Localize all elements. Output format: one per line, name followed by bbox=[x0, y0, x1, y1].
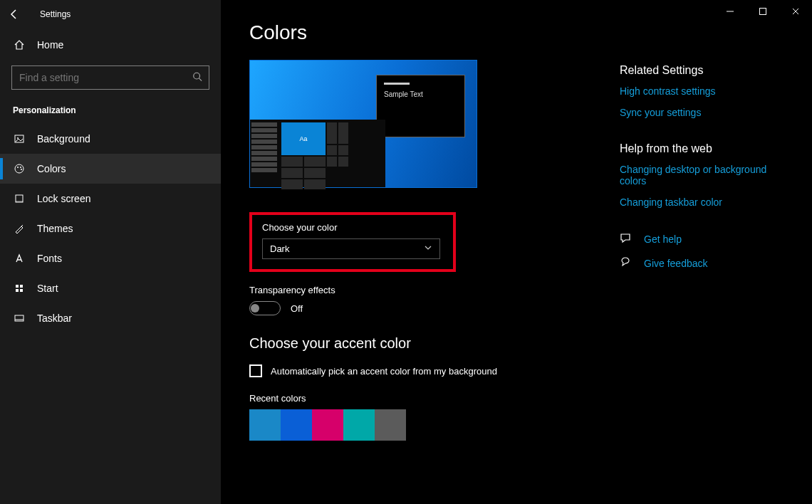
choose-color-highlight: Choose your color Dark bbox=[249, 212, 456, 272]
related-link[interactable]: High contrast settings bbox=[620, 85, 784, 97]
sidebar-home[interactable]: Home bbox=[0, 28, 221, 61]
recent-color-swatch[interactable] bbox=[375, 409, 406, 441]
svg-point-4 bbox=[15, 164, 24, 173]
svg-point-7 bbox=[21, 169, 22, 170]
recent-color-swatch[interactable] bbox=[281, 409, 312, 441]
transparency-label: Transparency effects bbox=[249, 285, 577, 295]
taskbar-icon bbox=[13, 312, 26, 325]
search-input[interactable] bbox=[11, 65, 209, 90]
start-icon bbox=[13, 282, 26, 295]
window-title: Settings bbox=[40, 9, 71, 19]
feedback-icon bbox=[620, 256, 633, 271]
choose-color-value: Dark bbox=[270, 243, 289, 254]
home-icon bbox=[13, 38, 26, 51]
sidebar-item-fonts[interactable]: Fonts bbox=[0, 243, 221, 273]
back-button[interactable] bbox=[6, 6, 23, 23]
related-settings-title: Related Settings bbox=[620, 64, 784, 77]
close-button[interactable] bbox=[779, 0, 812, 23]
transparency-state: Off bbox=[291, 303, 303, 314]
sidebar-item-themes[interactable]: Themes bbox=[0, 214, 221, 243]
recent-color-swatch[interactable] bbox=[249, 409, 281, 441]
get-help-link[interactable]: Get help bbox=[644, 233, 682, 245]
auto-pick-checkbox[interactable] bbox=[249, 364, 262, 377]
sidebar-item-label: Lock screen bbox=[37, 193, 90, 204]
auto-pick-label: Automatically pick an accent color from … bbox=[271, 366, 497, 377]
sidebar-item-start[interactable]: Start bbox=[0, 273, 221, 303]
choose-color-label: Choose your color bbox=[262, 222, 443, 233]
palette-icon bbox=[13, 162, 26, 175]
search-icon bbox=[192, 72, 202, 84]
svg-point-0 bbox=[194, 73, 200, 79]
related-link[interactable]: Sync your settings bbox=[620, 107, 784, 118]
accent-title: Choose your accent color bbox=[249, 335, 577, 352]
chat-icon bbox=[620, 232, 633, 246]
help-link[interactable]: Changing desktop or background colors bbox=[620, 164, 784, 187]
lock-icon bbox=[13, 192, 26, 205]
svg-point-6 bbox=[20, 167, 21, 168]
sidebar-item-lock-screen[interactable]: Lock screen bbox=[0, 184, 221, 214]
sidebar-item-colors[interactable]: Colors bbox=[0, 154, 221, 184]
chevron-down-icon bbox=[424, 243, 432, 254]
minimize-button[interactable] bbox=[714, 0, 746, 23]
recent-color-swatch[interactable] bbox=[312, 409, 343, 441]
sidebar-section-label: Personalization bbox=[0, 100, 221, 124]
sidebar-item-taskbar[interactable]: Taskbar bbox=[0, 303, 221, 333]
font-icon bbox=[13, 252, 26, 265]
preview-sample-window: Sample Text bbox=[376, 75, 465, 137]
svg-line-1 bbox=[199, 78, 202, 81]
sidebar-item-label: Background bbox=[37, 133, 90, 145]
svg-rect-11 bbox=[20, 285, 23, 288]
svg-rect-9 bbox=[16, 201, 23, 202]
color-preview: Sample Text Aa bbox=[249, 60, 477, 188]
transparency-toggle[interactable] bbox=[249, 301, 281, 315]
brush-icon bbox=[13, 222, 26, 235]
recent-color-swatch[interactable] bbox=[343, 409, 375, 441]
svg-point-5 bbox=[17, 167, 19, 168]
sidebar-item-label: Themes bbox=[37, 223, 73, 234]
svg-rect-17 bbox=[760, 9, 766, 15]
maximize-button[interactable] bbox=[746, 0, 779, 23]
sidebar-item-background[interactable]: Background bbox=[0, 124, 221, 154]
preview-tile: Aa bbox=[281, 122, 326, 155]
image-icon bbox=[13, 132, 26, 145]
svg-rect-10 bbox=[16, 285, 19, 288]
give-feedback-link[interactable]: Give feedback bbox=[644, 258, 708, 269]
svg-rect-14 bbox=[15, 315, 24, 321]
svg-rect-13 bbox=[20, 289, 23, 292]
page-title: Colors bbox=[249, 21, 784, 44]
help-title: Help from the web bbox=[620, 142, 784, 155]
sidebar-item-label: Fonts bbox=[37, 253, 62, 264]
help-link[interactable]: Changing taskbar color bbox=[620, 196, 784, 208]
sidebar-home-label: Home bbox=[37, 39, 63, 51]
svg-rect-12 bbox=[16, 289, 19, 292]
preview-sample-text: Sample Text bbox=[384, 90, 457, 98]
sidebar-item-label: Start bbox=[37, 283, 58, 294]
recent-colors-label: Recent colors bbox=[249, 393, 577, 404]
sidebar-item-label: Taskbar bbox=[37, 313, 72, 324]
sidebar-item-label: Colors bbox=[37, 163, 66, 174]
choose-color-dropdown[interactable]: Dark bbox=[262, 238, 440, 259]
